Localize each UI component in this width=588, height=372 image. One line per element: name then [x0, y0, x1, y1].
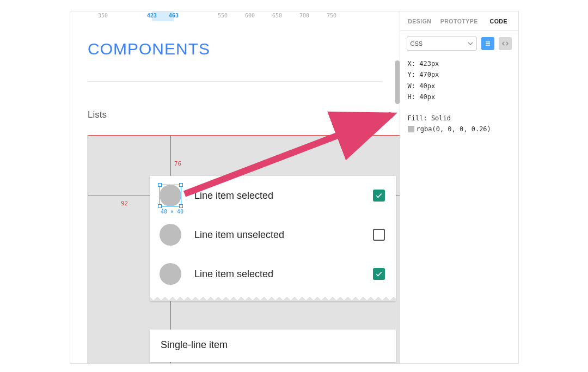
prop-x: X: 423px [408, 58, 511, 69]
code-language-label: CSS [411, 40, 423, 47]
design-canvas[interactable]: 350 423 463 550 600 650 700 750 COMPONEN… [70, 11, 400, 363]
list-row-label: Line item selected [194, 190, 360, 202]
code-icon [502, 40, 509, 47]
inspector-panel: DESIGN PROTOTYPE CODE CSS X: 423px Y: 47… [400, 11, 518, 363]
guide-label-left: 92 [121, 200, 128, 207]
code-language-select[interactable]: CSS [407, 36, 477, 51]
app-window: 350 423 463 550 600 650 700 750 COMPONEN… [70, 11, 519, 364]
ruler-tick: 600 [245, 13, 255, 19]
code-view-button[interactable] [499, 37, 512, 50]
code-properties: X: 423px Y: 470px W: 40px H: 40px Fill: … [400, 56, 518, 150]
list-row[interactable]: Line item selected [150, 254, 396, 294]
ruler-top: 350 423 463 550 600 650 700 750 [70, 11, 400, 21]
ruler-tick: 550 [218, 13, 228, 19]
single-line-card[interactable]: Single-line item [150, 330, 396, 362]
prop-y: Y: 470px [408, 69, 511, 80]
torn-edge-decoration [150, 294, 396, 301]
chevron-down-icon [468, 41, 473, 46]
tab-code[interactable]: CODE [479, 11, 518, 31]
avatar-icon[interactable] [160, 263, 181, 285]
list-card[interactable]: Line item selected Line item unselected … [150, 176, 396, 301]
code-toolbar: CSS [400, 31, 518, 56]
list-row-label: Line item selected [194, 269, 360, 280]
ruler-tick: 700 [299, 13, 309, 19]
ruler-tick-selected-start: 423 [147, 13, 157, 19]
ruler-tick: 750 [327, 13, 336, 19]
ruler-tick-selected-end: 463 [169, 13, 179, 19]
page-title: COMPONENTS [88, 40, 210, 58]
list-view-button[interactable] [481, 37, 494, 50]
tab-prototype[interactable]: PROTOTYPE [439, 11, 479, 31]
check-icon [375, 192, 383, 199]
ruler-tick: 650 [272, 13, 282, 19]
avatar-icon[interactable] [160, 185, 181, 206]
list-row-label: Line item unselected [194, 229, 360, 241]
design-frame[interactable]: 76 92 Line item selected Line item unsel… [88, 135, 400, 363]
checkbox-unchecked[interactable] [373, 229, 385, 241]
single-line-label: Single-line item [161, 339, 228, 350]
list-icon [485, 40, 491, 47]
inspector-tabs: DESIGN PROTOTYPE CODE [400, 11, 518, 31]
checkbox-checked[interactable] [373, 190, 385, 202]
divider [88, 81, 382, 82]
prop-fill-value: rgba(0, 0, 0, 0.26) [408, 124, 511, 135]
prop-fill-color: rgba(0, 0, 0, 0.26) [416, 125, 491, 133]
list-row[interactable]: Line item selected [150, 176, 396, 215]
selection-dimensions: 40 × 40 [161, 209, 183, 215]
color-swatch-icon [408, 126, 414, 132]
check-icon [375, 270, 383, 278]
checkbox-checked[interactable] [373, 268, 385, 280]
ruler-tick: 350 [98, 13, 108, 19]
tab-design[interactable]: DESIGN [400, 11, 439, 31]
guide-label-top: 76 [174, 160, 181, 167]
prop-fill-label: Fill: Solid [408, 113, 511, 124]
scrollbar-vertical[interactable] [395, 60, 400, 104]
prop-h: H: 40px [408, 92, 511, 102]
list-row[interactable]: Line item unselected [150, 215, 396, 254]
section-label-lists: Lists [88, 109, 107, 120]
avatar-icon[interactable] [160, 224, 181, 246]
prop-w: W: 40px [408, 81, 511, 92]
